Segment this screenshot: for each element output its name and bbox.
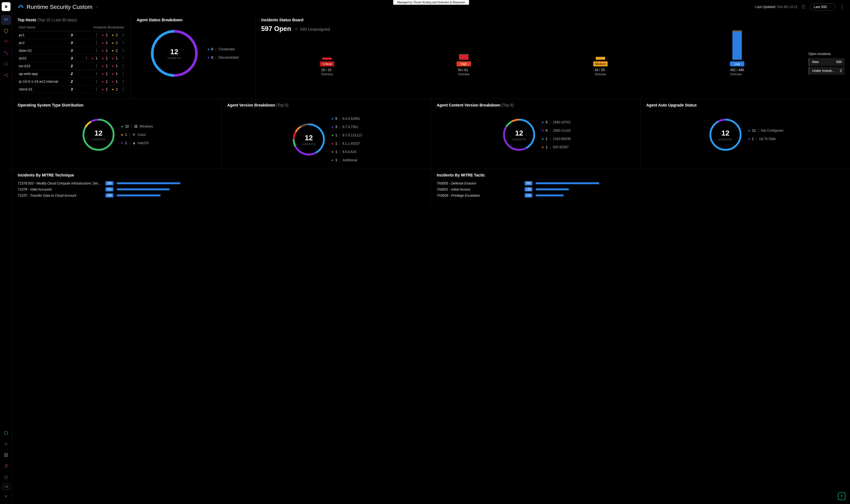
user-icon — [295, 27, 298, 31]
mitre-tactic-title: Incidents By MITRE Tactic — [437, 173, 845, 177]
svg-point-7 — [4, 75, 5, 76]
legend-item[interactable]: 1 | 920-50387 — [542, 145, 570, 149]
sidebar-nav-eye[interactable] — [1, 37, 11, 47]
svg-rect-32 — [135, 127, 136, 128]
svg-rect-16 — [5, 455, 6, 455]
mitre-row[interactable]: T1078 - Valid Accounts121 — [18, 187, 426, 192]
legend-item[interactable]: 1 | 8.1.1.43337 — [332, 142, 362, 145]
sidebar-assistant-icon[interactable] — [1, 428, 11, 438]
open-incident-row[interactable]: Under Investi...3 — [809, 67, 845, 75]
table-row[interactable]: pc13[ 1 2 ] — [18, 31, 125, 39]
expand-sidebar-icon[interactable] — [1, 491, 11, 501]
svg-rect-30 — [135, 125, 136, 126]
svg-rect-18 — [4, 456, 5, 457]
time-range-selector[interactable]: Last 30D — [810, 3, 836, 11]
title-dropdown-chevron[interactable] — [95, 5, 99, 8]
user-avatar[interactable]: J B — [2, 484, 10, 490]
svg-point-8 — [7, 74, 8, 74]
panel-auto_upgrade: Agent Auto Upgrade Status 12AGENTS 11 | … — [641, 99, 850, 169]
col-incidents[interactable]: Incidents Breakdown — [66, 24, 125, 31]
table-row[interactable]: ap-web-app2[ 1 1 ] — [18, 70, 125, 78]
legend-item[interactable]: 5 | 1640-10742 — [542, 120, 570, 124]
panel-mitre-technique: Incidents By MITRE Technique T1578.003 -… — [12, 169, 431, 203]
sidebar-nav-shield[interactable] — [1, 26, 11, 36]
severity-bar[interactable]: High 54 / 61Overdue — [398, 54, 530, 76]
open-incident-row[interactable]: New594 — [809, 58, 845, 66]
agent_version-title: Agent Version Breakdown (Top 5) — [227, 103, 425, 107]
col-hostname[interactable]: Host Name — [18, 24, 66, 31]
unassigned-count: 595 Unassigned — [295, 27, 330, 32]
sidebar-nav-network[interactable] — [1, 70, 11, 80]
managed-by-badge: Managed by Threat Hunting and Detection … — [393, 0, 469, 5]
table-row[interactable]: ws-it102[ 1 1 ] — [18, 62, 125, 70]
panel-content_version: Agent Content Version Breakdown (Top 5) … — [431, 99, 641, 169]
status-board-title: Incidents Status Board — [261, 18, 845, 22]
svg-rect-5 — [7, 54, 8, 55]
table-row[interactable]: client-013[ 1 2 ] — [18, 86, 125, 93]
table-row[interactable]: dc013[ 1 1 1 ] — [18, 54, 125, 62]
legend-item[interactable]: 1 | Additional — [332, 158, 362, 162]
sidebar-nav-device[interactable] — [1, 59, 11, 69]
refresh-icon[interactable] — [801, 5, 806, 9]
legend-item[interactable]: 5 | 1650-11143 — [542, 129, 570, 132]
legend-item[interactable]: 6 | Connected — [208, 47, 239, 51]
svg-rect-12 — [4, 453, 5, 454]
severity-bar[interactable]: Low 452 / 486Overdue — [671, 31, 803, 76]
logo[interactable] — [2, 2, 11, 11]
panel-agent-status: Agent Status Breakdown 12AGENTS 6 | Conn… — [131, 14, 256, 99]
help-icon-sidebar[interactable]: ? — [1, 472, 11, 482]
mitre-row[interactable]: TA0005 - Defense Evasion263 — [437, 181, 845, 185]
table-row[interactable]: daas-013[ 1 2 ] — [18, 47, 125, 54]
os_dist-donut[interactable]: 12AGENTS — [81, 117, 117, 153]
legend-item[interactable]: 1 | 8.7.0.131113 — [332, 133, 362, 137]
svg-rect-20 — [7, 456, 8, 457]
overflow-menu[interactable]: ⋮ — [839, 4, 845, 10]
mitre-row[interactable]: TA0004 - Privilege Escalation115 — [437, 193, 845, 198]
legend-item[interactable]: 6 | Disconnected — [208, 56, 239, 59]
agent-status-title: Agent Status Breakdown — [137, 18, 250, 22]
svg-point-10 — [4, 431, 8, 435]
sidebar: ? J B — [0, 0, 12, 504]
legend-item[interactable]: 1 | Up To Date — [748, 137, 783, 141]
page-title: Runtime Security Custom — [26, 4, 92, 10]
svg-rect-6 — [4, 63, 8, 65]
help-button[interactable]: ? — [838, 492, 846, 500]
panel-top-hosts: Top Hosts (Top 10 | Last 30 days) Host N… — [12, 14, 131, 99]
legend-item[interactable]: 1 | Linux — [122, 133, 153, 137]
top-hosts-table: Host Name Incidents Breakdown pc13[ 1 2 … — [18, 24, 125, 93]
legend-item[interactable]: 1 | 8.5.0.624 — [332, 150, 362, 154]
severity-bar[interactable]: Critical 15 / 15Overdue — [261, 57, 393, 76]
sidebar-nav-dashboard[interactable] — [1, 15, 11, 25]
legend-item[interactable]: 1 | 1310-80538 — [542, 137, 570, 141]
svg-rect-19 — [5, 456, 6, 457]
sidebar-nav-flow[interactable] — [1, 48, 11, 58]
apps-icon[interactable] — [1, 450, 11, 460]
agent_version-donut[interactable]: 12AGENTS — [291, 122, 327, 157]
svg-point-11 — [5, 444, 7, 445]
mitre-row[interactable]: T1578.003 - Modify Cloud Compute Infrast… — [18, 181, 426, 185]
mitre-row[interactable]: T1537 - Transfer Data to Cloud Account10… — [18, 193, 426, 198]
notifications-icon[interactable] — [1, 461, 11, 471]
main: Runtime Security Custom Managed by Threa… — [12, 0, 850, 504]
legend-item[interactable]: 11 | Not Configured — [748, 129, 783, 132]
legend-item[interactable]: 3 | 8.7.0.7351 — [332, 125, 362, 129]
settings-icon[interactable] — [1, 439, 11, 449]
legend-item[interactable]: 5 | 8.4.0.51691 — [332, 117, 362, 121]
content_version-title: Agent Content Version Breakdown (Top 5) — [437, 103, 635, 107]
table-row[interactable]: ip-10-0-1-24.ec2.internal2[ 1 1 ] — [18, 78, 125, 86]
legend-item[interactable]: 10 | Windows — [122, 125, 153, 128]
dashboard-icon — [18, 4, 24, 10]
content_version-donut[interactable]: 12AGENTS — [501, 117, 537, 153]
table-row[interactable]: pc23[ 1 2 ] — [18, 39, 125, 47]
svg-point-1 — [5, 6, 7, 7]
legend-item[interactable]: 1 | macOS — [122, 141, 153, 145]
severity-bar[interactable]: Medium 34 / 35Overdue — [535, 57, 666, 76]
svg-text:?: ? — [5, 476, 7, 479]
agent-status-donut[interactable]: 12AGENTS — [148, 27, 200, 80]
svg-point-3 — [5, 41, 6, 42]
mitre-row[interactable]: TA0001 - Initial Access138 — [437, 187, 845, 192]
last-updated: Last Updated: Feb 6th 13:12 — [755, 5, 797, 9]
svg-point-9 — [7, 76, 8, 77]
auto_upgrade-donut[interactable]: 12AGENTS — [708, 117, 743, 153]
svg-rect-13 — [5, 453, 6, 454]
